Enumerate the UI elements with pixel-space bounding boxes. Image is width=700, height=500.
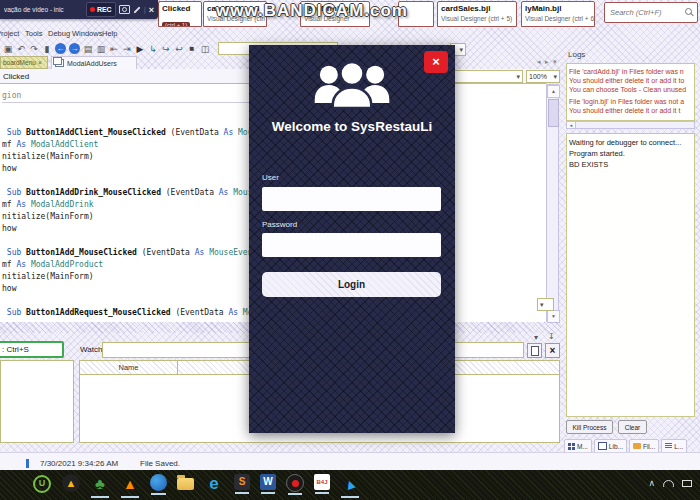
scroll-left-icon[interactable]: ◂ <box>567 122 576 128</box>
pause-icon[interactable]: ◫ <box>200 43 210 55</box>
run-icon[interactable]: ▶ <box>135 43 145 55</box>
menu-help[interactable]: Help <box>102 29 117 38</box>
tab-scroll-left-icon[interactable]: ◂ <box>537 58 541 66</box>
downloader-icon[interactable]: ▲ <box>62 474 80 492</box>
close-icon[interactable]: × <box>38 59 42 66</box>
display-icon[interactable] <box>682 480 692 487</box>
explorer-icon[interactable] <box>177 478 194 490</box>
vlc-icon[interactable]: ▲ <box>120 474 140 494</box>
close-icon[interactable]: × <box>149 5 154 15</box>
pencil-icon[interactable] <box>133 6 140 13</box>
step-into-icon[interactable]: ↳ <box>148 43 158 55</box>
b4j-icon[interactable]: B4J <box>314 474 330 490</box>
camera-icon[interactable] <box>119 5 130 14</box>
firefox-icon[interactable] <box>150 474 167 491</box>
panel-tab-icon <box>665 443 672 449</box>
watch-add-button[interactable] <box>527 343 542 358</box>
menu-tools[interactable]: Tools <box>25 29 43 38</box>
kill-process-button[interactable]: Kill Process <box>566 420 613 434</box>
ide-window: Clicked (ctrl + 1) cardCacha.bjl Visual … <box>0 0 700 500</box>
editor-tab-boardmenu[interactable]: boardMenu × <box>0 56 48 69</box>
logs-message-box: Waiting for debugger to connect...Progra… <box>566 133 695 417</box>
menu-windows[interactable]: Windows <box>72 29 102 38</box>
taskbar-icons: U▲♣▲eSWB4J▲ <box>32 474 360 494</box>
tab-lymain[interactable]: lyMain.bjl Visual Designer (ctrl + 6) <box>521 1 595 27</box>
panel-pin-icon[interactable]: ↧ <box>548 332 555 341</box>
scroll-up-icon[interactable]: ▲ <box>547 85 560 98</box>
clover-icon[interactable]: ♣ <box>90 474 110 494</box>
logs-title: Logs <box>568 50 585 59</box>
taskbar: U▲♣▲eSWB4J▲ ∧ <box>0 470 700 500</box>
divider: | <box>144 5 146 14</box>
undo-icon[interactable]: ↶ <box>16 43 26 55</box>
editor-dropdown[interactable]: ▾ <box>537 298 554 311</box>
redo-icon[interactable]: ↷ <box>29 43 39 55</box>
tab-menu-icon[interactable]: ▾ <box>553 58 557 66</box>
user-field[interactable] <box>262 187 441 211</box>
method-dropdown[interactable]: Clicked <box>3 72 29 81</box>
watch-clear-button[interactable]: × <box>545 343 560 358</box>
bandicam-icon[interactable] <box>286 474 304 492</box>
modal-close-button[interactable]: × <box>424 51 448 73</box>
tray-chevron-icon[interactable]: ∧ <box>648 478 655 488</box>
log-warning-line: File 'login.bjl' in Files folder was not… <box>569 97 692 106</box>
log-warning-line: You can choose Tools - Clean unused <box>569 85 692 94</box>
designer-variant-dropdown[interactable]: ▾ <box>445 70 523 83</box>
word-icon[interactable]: W <box>260 474 276 490</box>
panel-tab-1[interactable]: Lib... <box>594 439 627 453</box>
outdent-icon[interactable]: ⇤ <box>109 43 119 55</box>
panel-tab-0[interactable]: M... <box>564 439 592 453</box>
step-out-icon[interactable]: ↩ <box>174 43 184 55</box>
panel-tab-2[interactable]: Fil... <box>629 439 659 453</box>
app-icon[interactable]: ▲ <box>340 474 360 494</box>
status-timestamp: 7/30/2021 9:34:26 AM <box>40 459 118 468</box>
editor-tab-modaladdusers[interactable]: ModalAddUsers <box>51 56 137 69</box>
navigate-forward-icon[interactable]: → <box>69 43 80 54</box>
stop-icon[interactable]: ■ <box>187 43 197 55</box>
search-icon <box>685 8 694 17</box>
search-input[interactable] <box>608 7 685 18</box>
log-warning-line: You should either delete it or add it to <box>569 76 692 85</box>
editor-tab-label: ModalAddUsers <box>67 60 117 67</box>
tab-subtitle: Visual Designer (ctrl + 6) <box>525 15 591 22</box>
record-button[interactable]: REC <box>86 2 116 17</box>
panel-tab-icon <box>568 443 575 450</box>
comment-icon[interactable]: ▤ <box>83 43 93 55</box>
log-warning-line: File 'cardAdd.bjl' in Files folder was n <box>569 67 692 76</box>
edge-icon[interactable]: e <box>204 474 224 494</box>
page-icon <box>531 346 539 356</box>
step-over-icon[interactable]: ↪ <box>161 43 171 55</box>
recorder-title: vação de vídeo - inic <box>4 6 83 13</box>
password-label: Password <box>262 220 297 229</box>
sublime-icon[interactable]: S <box>234 474 250 490</box>
designer-zoom-dropdown[interactable]: 100%▾ <box>526 70 560 83</box>
utorrent-icon[interactable]: U <box>32 474 52 494</box>
editor-scrollbar[interactable]: ▲ ▼ <box>546 84 559 322</box>
status-icon <box>26 459 29 468</box>
wifi-icon[interactable] <box>663 480 674 487</box>
panel-tab-3[interactable]: L... <box>661 439 687 453</box>
clear-button[interactable]: Clear <box>618 420 647 434</box>
log-message-line: Program started. <box>569 148 692 159</box>
column-name[interactable]: Name <box>80 361 178 374</box>
logs-hscrollbar[interactable]: ◂ <box>566 121 695 129</box>
save-icon[interactable]: ▣ <box>3 43 13 55</box>
scrollbar-thumb[interactable] <box>548 99 559 127</box>
login-modal: × Welcome to SysRestauLi User Password L… <box>249 45 455 433</box>
uncomment-icon[interactable]: ▥ <box>96 43 106 55</box>
password-field[interactable] <box>262 233 441 257</box>
record-dot-icon <box>90 7 95 12</box>
menu-project[interactable]: Project <box>0 29 19 38</box>
menu-debug[interactable]: Debug <box>48 29 70 38</box>
navigate-back-icon[interactable]: ← <box>55 43 66 54</box>
breakpoints-panel <box>0 360 74 443</box>
panel-collapse-icon[interactable]: ▾ <box>534 333 538 342</box>
login-button[interactable]: Login <box>262 272 441 297</box>
tab-scroll-right-icon[interactable]: ▸ <box>545 58 549 66</box>
watch-label: Watch: <box>80 345 105 354</box>
bookmark-icon[interactable]: ▮ <box>42 43 52 55</box>
bandicam-watermark: www.BANDICAM.com <box>172 1 452 21</box>
system-tray: ∧ <box>648 478 692 488</box>
recorder-bar: vação de vídeo - inic REC | × <box>0 0 158 19</box>
indent-icon[interactable]: ⇥ <box>122 43 132 55</box>
